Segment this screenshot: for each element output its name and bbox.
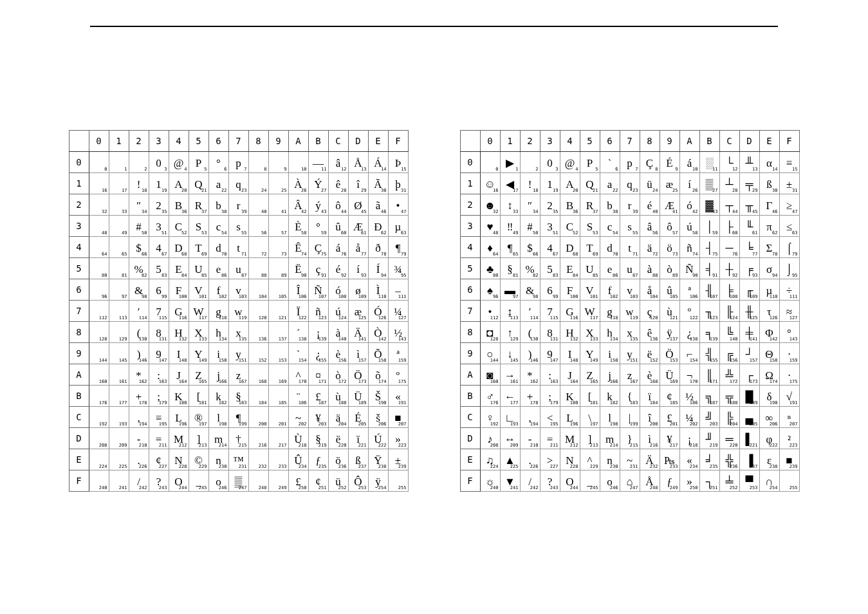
decimal-code: 109 <box>750 295 758 299</box>
code-cell: 208 <box>89 428 109 449</box>
code-cell: §183 <box>228 386 248 407</box>
decimal-code: 118 <box>219 316 227 321</box>
code-cell: Æ61 <box>348 216 368 237</box>
decimal-code: 72 <box>652 252 658 257</box>
decimal-code: 246 <box>219 486 227 490</box>
decimal-code: 233 <box>670 465 678 469</box>
code-cell: n230 <box>600 449 620 470</box>
decimal-code: 40 <box>652 210 658 214</box>
code-cell: ■239 <box>779 449 799 470</box>
code-cell: 121 <box>268 301 288 322</box>
decimal-code: 211 <box>550 443 559 448</box>
decimal-code: 80 <box>493 274 498 278</box>
code-cell: F100 <box>169 279 189 301</box>
code-cell: ╡91 <box>699 258 719 279</box>
code-cell: ñ123 <box>308 301 328 322</box>
code-cell: £187 <box>308 386 328 407</box>
code-cell: 255 <box>779 470 799 492</box>
code-cell: │59 <box>699 216 719 237</box>
row-header: 1 <box>69 173 89 194</box>
decimal-code: 60 <box>732 231 737 236</box>
page: 0123456789ABCDEF0 0 1 203@4P5°6p7 8 9 10… <box>0 0 868 543</box>
decimal-code: 252 <box>730 486 738 490</box>
code-cell: z167 <box>228 364 248 386</box>
code-cell: 699 <box>149 279 169 301</box>
code-cell: †215 <box>228 428 248 449</box>
decimal-code: 84 <box>181 274 187 278</box>
decimal-code: 7 <box>635 167 638 172</box>
row-header: 9 <box>69 343 89 364</box>
code-cell: X133 <box>580 322 600 343</box>
decimal-code: 83 <box>553 274 558 278</box>
code-cell: a22 <box>600 173 620 194</box>
code-cell: 112 <box>89 301 109 322</box>
code-cell: Õ158 <box>368 343 388 364</box>
code-cell: ^170 <box>288 364 308 386</box>
decimal-code: 17 <box>122 189 127 193</box>
decimal-code: 86 <box>613 274 618 278</box>
code-cell: ╖123 <box>699 301 719 322</box>
code-cell: ê136 <box>640 322 660 343</box>
decimal-code: 151 <box>239 358 247 363</box>
decimal-code: 247 <box>239 486 247 490</box>
decimal-code: 199 <box>630 422 638 427</box>
code-cell: ◙160 <box>480 364 500 386</box>
code-cell: 9147 <box>149 343 169 364</box>
code-cell: Ã30 <box>368 173 388 194</box>
decimal-code: 153 <box>279 358 287 363</box>
decimal-code: 87 <box>633 274 638 278</box>
code-cell: 17 <box>109 173 129 194</box>
code-cell: þ31 <box>388 173 408 194</box>
decimal-code: 3 <box>555 167 558 172</box>
code-cell: o246 <box>600 470 620 492</box>
decimal-code: 29 <box>361 189 366 193</box>
code-cell: A20 <box>169 173 189 194</box>
decimal-code: 137 <box>279 337 287 342</box>
code-cell: g118 <box>208 301 228 322</box>
code-cell: ⌡95 <box>779 258 799 279</box>
decimal-code: 212 <box>570 443 578 448</box>
code-cell: M212 <box>169 428 189 449</box>
decimal-code: 38 <box>613 210 618 214</box>
code-cell: K180 <box>169 386 189 407</box>
decimal-code: 217 <box>670 443 678 448</box>
code-cell: Ò142 <box>368 322 388 343</box>
code-cell: »250 <box>679 470 699 492</box>
decimal-code: 70 <box>613 252 618 257</box>
code-cell: ú124 <box>328 301 348 322</box>
decimal-code: 30 <box>381 189 386 193</box>
code-cell: Y149 <box>189 343 208 364</box>
code-cell: Á14 <box>368 152 388 173</box>
decimal-code: 119 <box>630 316 638 321</box>
decimal-code: 197 <box>199 422 207 427</box>
code-cell: °6 <box>208 152 228 173</box>
decimal-code: 129 <box>119 337 127 342</box>
col-header: 3 <box>149 131 169 152</box>
decimal-code: 77 <box>361 252 366 257</box>
decimal-code: 52 <box>573 231 578 236</box>
decimal-code: 135 <box>239 337 247 342</box>
decimal-code: 48 <box>102 231 107 236</box>
decimal-code: 26 <box>692 189 697 193</box>
decimal-code: 25 <box>672 189 678 193</box>
code-cell: ñ74 <box>679 237 699 258</box>
decimal-code: 1 <box>515 167 518 172</box>
decimal-code: 181 <box>199 401 207 405</box>
code-cell: ╘77 <box>739 237 759 258</box>
decimal-code: 122 <box>690 316 698 321</box>
decimal-code: 96 <box>493 295 498 299</box>
code-cell: ;179 <box>149 386 169 407</box>
code-cell: 57 <box>268 216 288 237</box>
code-cell: ¢185 <box>660 386 679 407</box>
code-cell: ≈127 <box>779 301 799 322</box>
decimal-code: 93 <box>361 274 366 278</box>
code-cell: &98 <box>129 279 149 301</box>
col-header: 5 <box>580 131 600 152</box>
code-cell: ╥45 <box>739 194 759 216</box>
decimal-code: 149 <box>199 358 207 363</box>
code-cell: ╢107 <box>699 279 719 301</box>
code-cell: ç91 <box>308 258 328 279</box>
decimal-code: 214 <box>219 443 227 448</box>
code-cell: ô44 <box>328 194 348 216</box>
decimal-code: 45 <box>752 210 757 214</box>
